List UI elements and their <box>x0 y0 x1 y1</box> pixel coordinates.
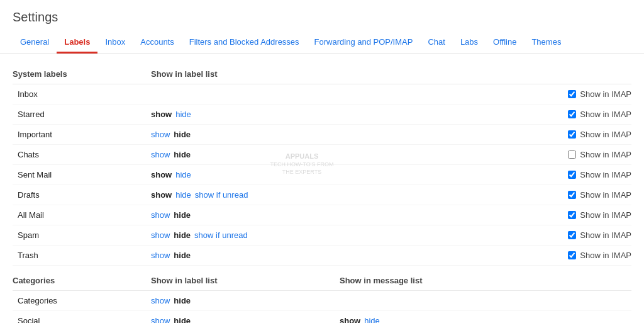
trash-hide-bold: hide <box>174 251 191 260</box>
important-hide-bold: hide <box>174 130 191 139</box>
label-name-starred: Starred <box>13 110 151 119</box>
label-name-inbox: Inbox <box>13 89 151 99</box>
trash-imap-label: Show in IMAP <box>580 251 631 260</box>
chats-imap-label: Show in IMAP <box>580 150 631 159</box>
chats-show-hide: show hide <box>151 150 340 159</box>
spam-imap-checkbox[interactable] <box>568 231 576 239</box>
label-row-allmail: All Mail show hide Show in IMAP <box>13 205 631 225</box>
drafts-hide-link[interactable]: hide <box>175 190 191 200</box>
drafts-showifunread-link[interactable]: show if unread <box>195 190 248 200</box>
allmail-imap: Show in IMAP <box>531 210 631 220</box>
cat-name-categories: Categories <box>13 296 151 305</box>
spam-imap-label: Show in IMAP <box>580 230 631 240</box>
page-title: Settings <box>13 10 631 25</box>
social-label-show-link[interactable]: show <box>151 316 170 323</box>
system-labels-header: System labels Show in label list <box>13 64 631 84</box>
spam-imap: Show in IMAP <box>531 230 631 240</box>
label-name-allmail: All Mail <box>13 210 151 220</box>
chats-imap-checkbox[interactable] <box>568 150 576 159</box>
spam-show-link[interactable]: show <box>151 230 170 240</box>
categories-hide-bold: hide <box>174 296 191 305</box>
chats-imap: Show in IMAP <box>531 150 631 159</box>
tab-themes[interactable]: Themes <box>524 32 569 54</box>
categories-show-label-header: Show in label list <box>151 276 340 285</box>
starred-imap-checkbox[interactable] <box>568 110 576 118</box>
inbox-imap: Show in IMAP <box>531 89 631 99</box>
trash-imap-checkbox[interactable] <box>568 251 576 259</box>
label-row-inbox: Inbox Show in IMAP <box>13 84 631 105</box>
starred-imap-label: Show in IMAP <box>580 110 631 119</box>
tab-inbox[interactable]: Inbox <box>97 32 133 54</box>
starred-hide-link[interactable]: hide <box>175 110 191 119</box>
tabs-nav: General Labels Inbox Accounts Filters an… <box>13 32 631 54</box>
tab-chat[interactable]: Chat <box>420 32 452 54</box>
allmail-hide-bold: hide <box>174 210 191 220</box>
allmail-imap-checkbox[interactable] <box>568 211 576 219</box>
starred-show-hide: show hide <box>151 110 340 119</box>
chats-hide-bold: hide <box>174 150 191 159</box>
starred-show-bold: show <box>151 110 172 119</box>
categories-label-show-hide: show hide <box>151 296 340 305</box>
label-row-trash: Trash show hide Show in IMAP <box>13 246 631 266</box>
drafts-show-hide: show hide show if unread <box>151 190 340 200</box>
drafts-imap: Show in IMAP <box>531 190 631 200</box>
social-label-hide-bold: hide <box>174 316 191 323</box>
drafts-show-bold: show <box>151 190 172 200</box>
inbox-imap-checkbox[interactable] <box>568 90 576 98</box>
important-imap-label: Show in IMAP <box>580 130 631 139</box>
cat-name-social: Social <box>13 316 151 323</box>
allmail-show-hide: show hide <box>151 210 340 220</box>
spam-show-hide: show hide show if unread <box>151 230 340 240</box>
sentmail-imap-checkbox[interactable] <box>568 171 576 179</box>
show-in-label-list-header: Show in label list <box>151 69 340 79</box>
tab-labels[interactable]: Labels <box>57 32 97 54</box>
social-msg-hide-link[interactable]: hide <box>364 316 380 323</box>
label-row-starred: Starred show hide Show in IMAP <box>13 105 631 125</box>
spam-hide-bold: hide <box>174 230 191 240</box>
categories-title: Categories <box>13 276 151 285</box>
sentmail-imap: Show in IMAP <box>531 170 631 179</box>
allmail-show-link[interactable]: show <box>151 210 170 220</box>
starred-imap: Show in IMAP <box>531 110 631 119</box>
drafts-imap-label: Show in IMAP <box>580 190 631 200</box>
drafts-imap-checkbox[interactable] <box>568 191 576 199</box>
cat-row-social: Social show hide show hide <box>13 311 631 323</box>
important-show-link[interactable]: show <box>151 130 170 139</box>
sentmail-show-bold: show <box>151 170 172 179</box>
trash-imap: Show in IMAP <box>531 251 631 260</box>
label-name-drafts: Drafts <box>13 190 151 200</box>
tab-offline[interactable]: Offline <box>486 32 524 54</box>
categories-show-msg-header: Show in message list <box>340 276 528 285</box>
allmail-imap-label: Show in IMAP <box>580 210 631 220</box>
categories-section-header: Categories Show in label list Show in me… <box>13 271 631 291</box>
label-row-important: Important show hide Show in IMAP <box>13 125 631 145</box>
inbox-imap-label: Show in IMAP <box>580 89 631 99</box>
social-msg-show-hide: show hide <box>340 316 528 323</box>
label-name-trash: Trash <box>13 251 151 260</box>
sentmail-imap-label: Show in IMAP <box>580 170 631 179</box>
label-name-sentmail: Sent Mail <box>13 170 151 179</box>
trash-show-link[interactable]: show <box>151 251 170 260</box>
system-labels-title: System labels <box>13 69 151 79</box>
label-name-important: Important <box>13 130 151 139</box>
tab-filters[interactable]: Filters and Blocked Addresses <box>182 32 307 54</box>
cat-row-categories: Categories show hide <box>13 291 631 311</box>
label-name-spam: Spam <box>13 230 151 240</box>
social-label-show-hide: show hide <box>151 316 340 323</box>
label-name-chats: Chats <box>13 150 151 159</box>
trash-show-hide: show hide <box>151 251 340 260</box>
tab-labs[interactable]: Labs <box>453 32 486 54</box>
sentmail-show-hide: show hide <box>151 170 340 179</box>
chats-show-link[interactable]: show <box>151 150 170 159</box>
label-row-sentmail: Sent Mail show hide Show in IMAP <box>13 165 631 185</box>
spam-showifunread-link[interactable]: show if unread <box>194 230 248 240</box>
categories-show-link[interactable]: show <box>151 296 170 305</box>
tab-forwarding[interactable]: Forwarding and POP/IMAP <box>307 32 421 54</box>
tab-general[interactable]: General <box>13 32 57 54</box>
important-imap-checkbox[interactable] <box>568 130 576 139</box>
label-row-spam: Spam show hide show if unread Show in IM… <box>13 225 631 246</box>
label-row-drafts: Drafts show hide show if unread Show in … <box>13 185 631 205</box>
social-msg-show-bold: show <box>340 316 360 323</box>
sentmail-hide-link[interactable]: hide <box>175 170 191 179</box>
tab-accounts[interactable]: Accounts <box>133 32 181 54</box>
